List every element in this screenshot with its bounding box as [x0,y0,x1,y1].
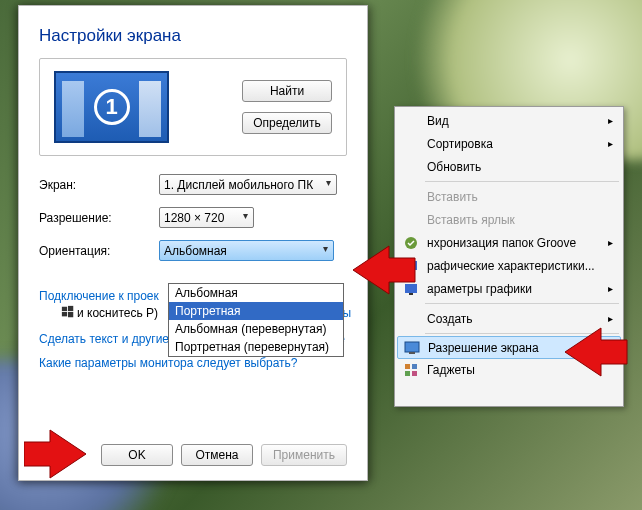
context-menu-item-label: Сортировка [427,137,493,151]
svg-rect-2 [62,312,67,316]
annotation-arrow-orientation [353,243,417,297]
projector-link[interactable]: Подключение к проек [39,289,159,303]
orientation-select[interactable] [159,240,334,261]
context-menu-item-label: Создать [427,312,473,326]
context-menu-item[interactable]: араметры графики [397,277,621,300]
annotation-arrow-ok [24,427,88,481]
gadget-icon [403,362,419,378]
svg-rect-1 [68,306,73,311]
svg-rect-14 [412,371,417,376]
context-menu-item-label: Вставить ярлык [427,213,515,227]
apply-button[interactable]: Применить [261,444,347,466]
svg-rect-10 [409,352,415,354]
resolution-label: Разрешение: [39,211,159,225]
context-menu-item-label: Обновить [427,160,481,174]
find-button[interactable]: Найти [242,80,332,102]
context-menu-separator [425,181,619,182]
svg-rect-11 [405,364,410,369]
screen-select[interactable] [159,174,337,195]
orientation-option[interactable]: Альбомная (перевернутая) [169,320,343,338]
display-preview-box: 1 Найти Определить [39,58,347,156]
context-menu-item-label: нхронизация папок Groove [427,236,576,250]
context-menu-item-label: рафические характеристики... [427,259,595,273]
monitor-number: 1 [94,89,130,125]
context-menu-separator [425,303,619,304]
context-menu-item: Вставить ярлык [397,208,621,231]
window-title: Настройки экрана [39,26,347,46]
svg-rect-13 [405,371,410,376]
svg-marker-16 [565,328,627,376]
context-menu-item[interactable]: Обновить [397,155,621,178]
context-menu-item[interactable]: нхронизация папок Groove [397,231,621,254]
context-menu-item: Вставить [397,185,621,208]
orientation-label: Ориентация: [39,244,159,258]
display-settings-window: Настройки экрана 1 Найти Определить Экра… [18,5,368,481]
context-menu-item-label: араметры графики [427,282,532,296]
orientation-dropdown[interactable]: Альбомная Портретная Альбомная (переверн… [168,283,344,357]
monitor-params-link[interactable]: Какие параметры монитора следует выбрать… [39,356,347,370]
detect-button[interactable]: Определить [242,112,332,134]
ok-button[interactable]: OK [101,444,173,466]
resolution-select[interactable] [159,207,254,228]
monitor-thumbnail[interactable]: 1 [54,71,169,143]
orientation-option[interactable]: Портретная [169,302,343,320]
context-menu-item[interactable]: Сортировка [397,132,621,155]
context-menu-item[interactable] [397,381,621,404]
win-key-icon [61,305,75,319]
svg-rect-9 [405,342,419,352]
context-menu-item-label: Разрешение экрана [428,341,539,355]
svg-rect-3 [68,312,73,317]
svg-rect-12 [412,364,417,369]
cancel-button[interactable]: Отмена [181,444,253,466]
context-menu-item[interactable]: рафические характеристики... [397,254,621,277]
annotation-arrow-resolution [565,325,629,379]
orientation-option[interactable]: Альбомная [169,284,343,302]
context-menu-item-label: Гаджеты [427,363,475,377]
context-menu-item[interactable]: Вид [397,109,621,132]
res-icon [404,340,420,356]
svg-rect-0 [62,307,67,311]
screen-label: Экран: [39,178,159,192]
context-menu-item-label: Вставить [427,190,478,204]
context-menu-item-label: Вид [427,114,449,128]
orientation-option[interactable]: Портретная (перевернутая) [169,338,343,356]
svg-marker-17 [24,430,86,478]
svg-marker-15 [353,246,415,294]
